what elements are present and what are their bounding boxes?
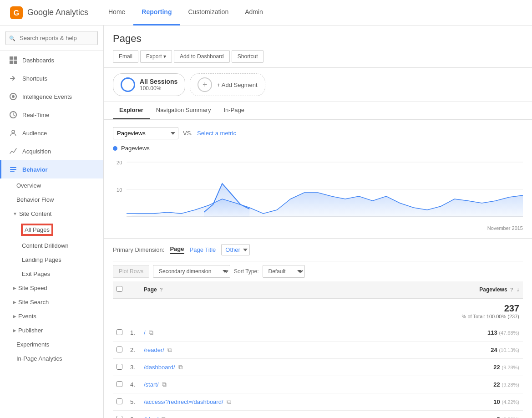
table-row: 4. /start/ ⧉ 22 (9.28%): [113, 376, 523, 393]
copy-icon-1[interactable]: ⧉: [149, 329, 153, 336]
row-checkbox-4[interactable]: [117, 381, 122, 387]
sort-type-label: Sort Type:: [234, 268, 258, 275]
shortcut-button[interactable]: Shortcut: [232, 50, 264, 63]
sidebar-label-realtime: Real-Time: [22, 112, 49, 118]
sidebar-sub-landing-pages[interactable]: Landing Pages: [0, 253, 103, 267]
row-num-1: 1.: [127, 324, 140, 342]
page-link-5[interactable]: /access/?redirect=/dashboard/: [144, 398, 223, 405]
row-num-6: 6.: [127, 411, 140, 418]
page-link-3[interactable]: /dashboard/: [144, 364, 175, 371]
row-num-5: 5.: [127, 393, 140, 411]
sidebar-item-real-time[interactable]: Real-Time: [0, 106, 103, 124]
sidebar-sub-content-drilldown[interactable]: Content Drilldown: [0, 239, 103, 253]
dimension-other-dropdown[interactable]: Other: [221, 244, 250, 255]
sidebar-section-label-events: Events: [18, 313, 36, 320]
sidebar-sub-exit-pages[interactable]: Exit Pages: [0, 267, 103, 281]
table-header-row: Page ? Pageviews ? ↓: [113, 281, 523, 298]
page-link-2[interactable]: /reader/: [144, 347, 164, 353]
th-num: [127, 281, 140, 298]
row-num-2: 2.: [127, 342, 140, 359]
table-row: 1. / ⧉ 113 (47.68%): [113, 324, 523, 342]
explorer-tabs: Explorer Navigation Summary In-Page: [104, 102, 532, 120]
sidebar-sub-all-pages[interactable]: All Pages: [0, 221, 103, 239]
sidebar-label-intelligence: Intelligence Events: [22, 93, 72, 100]
tab-navigation-summary[interactable]: Navigation Summary: [150, 102, 218, 119]
dimension-page-title[interactable]: Page Title: [190, 246, 216, 253]
sort-arrow-icon: ↓: [517, 286, 519, 293]
row-pv-2: 24 (10.13%): [367, 342, 523, 359]
sidebar-section-publisher[interactable]: ▶ Publisher: [0, 323, 103, 337]
segment-circle: [121, 77, 135, 92]
export-button[interactable]: Export: [140, 50, 172, 63]
add-to-dashboard-button[interactable]: Add to Dashboard: [174, 50, 230, 63]
add-segment-button[interactable]: + + Add Segment: [190, 73, 265, 96]
row-page-3: /dashboard/ ⧉: [140, 359, 367, 376]
page-link-1[interactable]: /: [144, 329, 146, 336]
th-pageviews[interactable]: Pageviews ? ↓: [367, 281, 523, 298]
sidebar-section-site-content[interactable]: ▼ Site Content: [0, 207, 103, 221]
sidebar-section-events[interactable]: ▶ Events: [0, 309, 103, 323]
sidebar-item-audience[interactable]: Audience: [0, 124, 103, 142]
plot-rows-button: Plot Rows: [113, 265, 149, 278]
segment-area: All Sessions 100.00% + + Add Segment: [104, 68, 532, 102]
publisher-arrow: ▶: [13, 328, 16, 333]
sidebar-item-intelligence-events[interactable]: Intelligence Events: [0, 87, 103, 106]
sidebar-section-site-speed[interactable]: ▶ Site Speed: [0, 281, 103, 295]
copy-icon-4[interactable]: ⧉: [162, 381, 167, 388]
app-name: Google Analytics: [27, 8, 88, 17]
sidebar-item-shortcuts[interactable]: Shortcuts: [0, 69, 103, 87]
copy-icon-6[interactable]: ⧉: [162, 415, 166, 418]
chart-svg: 20 10: [113, 155, 523, 224]
metric-dropdown[interactable]: Pageviews Unique Pageviews Avg. Time on …: [113, 127, 178, 139]
sort-type-dropdown[interactable]: Default: [263, 265, 305, 278]
nav-home[interactable]: Home: [100, 0, 133, 25]
row-page-4: /start/ ⧉: [140, 376, 367, 393]
tab-explorer[interactable]: Explorer: [113, 102, 150, 119]
row-pv-1: 113 (47.68%): [367, 324, 523, 342]
segment-percentage: 100.00%: [140, 85, 177, 92]
sidebar-label-acquisition: Acquisition: [22, 148, 51, 155]
site-search-arrow: ▶: [13, 300, 16, 305]
row-checkbox-2[interactable]: [117, 347, 122, 352]
secondary-dimension-dropdown[interactable]: Secondary dimension: [153, 265, 230, 278]
copy-icon-3[interactable]: ⧉: [178, 363, 183, 371]
dimension-page[interactable]: Page: [170, 245, 184, 254]
copy-icon-2[interactable]: ⧉: [167, 346, 172, 353]
row-checkbox-6[interactable]: [117, 416, 122, 418]
sidebar-sub-experiments[interactable]: Experiments: [0, 337, 103, 352]
sidebar-item-dashboards[interactable]: Dashboards: [0, 51, 103, 69]
nav-customization[interactable]: Customization: [180, 0, 237, 25]
search-input[interactable]: [5, 31, 98, 45]
audience-icon: [9, 128, 18, 138]
sidebar-sub-overview[interactable]: Overview: [0, 178, 103, 193]
nav-reporting[interactable]: Reporting: [133, 0, 180, 25]
select-metric-link[interactable]: Select a metric: [197, 130, 236, 137]
table-row: 6. /blog/ ⧉ 8 (3.38%): [113, 411, 523, 418]
sidebar-section-site-search[interactable]: ▶ Site Search: [0, 295, 103, 309]
svg-rect-10: [10, 167, 16, 168]
select-all-checkbox[interactable]: [117, 286, 122, 292]
page-help-icon[interactable]: ?: [160, 287, 163, 292]
sidebar-item-acquisition[interactable]: Acquisition: [0, 142, 103, 160]
email-button[interactable]: Email: [113, 50, 138, 63]
row-checkbox-3[interactable]: [117, 364, 122, 370]
row-checkbox-5[interactable]: [117, 398, 122, 404]
sidebar-sub-behavior-flow[interactable]: Behavior Flow: [0, 193, 103, 207]
sidebar-sub-label-overview: Overview: [16, 182, 41, 189]
svg-rect-11: [10, 169, 16, 170]
nav-admin[interactable]: Admin: [237, 0, 271, 25]
row-checkbox-1[interactable]: [117, 329, 122, 335]
page-title: Pages: [113, 33, 523, 45]
page-link-4[interactable]: /start/: [144, 381, 159, 388]
sidebar-sub-in-page[interactable]: In-Page Analytics: [0, 352, 103, 366]
sidebar-item-behavior[interactable]: Behavior: [0, 160, 103, 178]
th-page: Page ?: [140, 281, 367, 298]
dashboards-icon: [9, 56, 18, 65]
th-checkbox: [113, 281, 127, 298]
tab-in-page[interactable]: In-Page: [217, 102, 251, 119]
page-link-6[interactable]: /blog/: [144, 416, 158, 418]
svg-text:20: 20: [117, 160, 122, 165]
copy-icon-5[interactable]: ⧉: [227, 398, 231, 405]
row-page-5: /access/?redirect=/dashboard/ ⧉: [140, 393, 367, 411]
pageviews-help-icon[interactable]: ?: [510, 287, 513, 292]
